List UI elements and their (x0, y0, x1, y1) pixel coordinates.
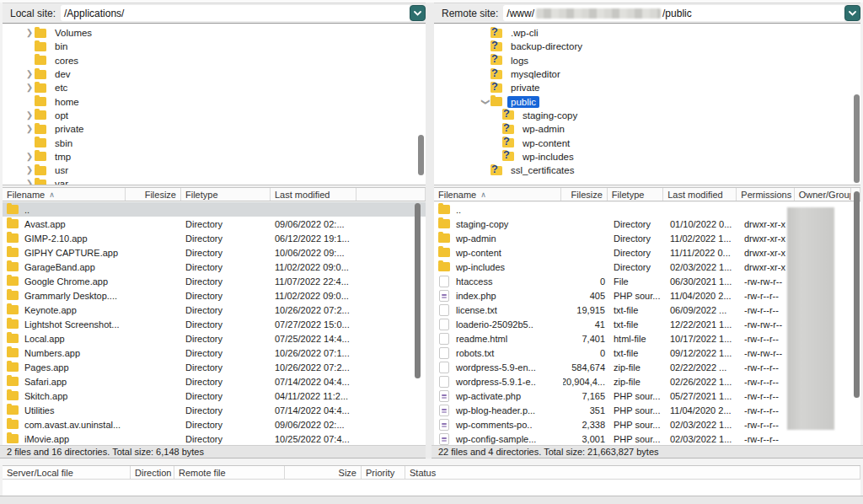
tree-item-sbin[interactable]: sbin (3, 136, 426, 149)
tree-item-mysqleditor[interactable]: ?mysqleditor (434, 67, 860, 81)
table-row[interactable]: Lightshot Screenshot...Directory07/27/20… (3, 317, 426, 331)
cell-modified: 11/02/2022 1... (666, 231, 740, 245)
chevron-expanded-icon[interactable]: ❯ (481, 97, 490, 107)
tree-item-label: private (507, 82, 544, 94)
tree-item-wp-content[interactable]: ?wp-content (434, 136, 860, 149)
column-header-filename[interactable]: Filename∧ (434, 188, 561, 201)
table-row[interactable]: Safari.appDirectory07/14/2022 04:4... (3, 374, 426, 389)
folder-icon (7, 377, 19, 386)
chevron-collapsed-icon[interactable]: ❯ (24, 111, 35, 120)
panel-divider[interactable] (426, 3, 434, 458)
cell-name: Skitch.app (3, 389, 126, 403)
queue-column-server-local-file[interactable]: Server/Local file (3, 466, 131, 479)
cell-type: Directory (181, 317, 271, 331)
table-row[interactable]: wp-config-sample...3,001PHP sour...02/03… (434, 432, 860, 445)
table-row[interactable]: com.avast.av.uninstal...Directory09/06/2… (3, 417, 426, 432)
chevron-collapsed-icon[interactable]: ❯ (24, 29, 35, 37)
table-row[interactable]: GIMP-2.10.appDirectory06/12/2022 19:1... (3, 231, 426, 245)
column-header-filename[interactable]: Filename∧ (3, 188, 126, 201)
chevron-collapsed-icon[interactable]: ❯ (24, 180, 35, 185)
column-header-permissions[interactable]: Permissions (737, 188, 794, 201)
tree-item-wp-admin[interactable]: ?wp-admin (434, 122, 860, 136)
column-header-last-modified[interactable]: Last modified (663, 188, 737, 201)
tree-item-etc[interactable]: ❯etc (3, 81, 426, 94)
table-row[interactable]: Skitch.appDirectory04/11/2022 11:2... (3, 389, 426, 403)
column-header-filesize[interactable]: Filesize (561, 188, 608, 201)
folder-question-icon: ? (490, 166, 502, 175)
tree-item-label: usr (51, 164, 72, 176)
local-path-input[interactable]: /Applications/ (61, 5, 410, 21)
tree-item-private[interactable]: ?private (434, 81, 860, 94)
table-row[interactable]: GarageBand.appDirectory11/02/2022 09:0..… (3, 260, 426, 274)
tree-item-var[interactable]: ❯var (3, 177, 426, 185)
tree-item-cores[interactable]: cores (3, 54, 426, 67)
chevron-collapsed-icon[interactable]: ❯ (24, 70, 35, 78)
table-row[interactable]: Google Chrome.appDirectory11/07/2022 22:… (3, 274, 426, 288)
chevron-collapsed-icon[interactable]: ❯ (24, 83, 35, 92)
queue-column-remote-file[interactable]: Remote file (174, 466, 285, 479)
tree-item-public[interactable]: ❯public (434, 94, 860, 108)
cell-name: Avast.app (3, 217, 126, 231)
cell-name: readme.html (434, 331, 563, 346)
queue-column-priority[interactable]: Priority (362, 466, 405, 479)
folder-icon (7, 348, 19, 357)
tree-item-logs[interactable]: ?logs (434, 54, 860, 67)
column-header-filetype[interactable]: Filetype (181, 188, 271, 201)
column-header-owner-group[interactable]: Owner/Group (795, 188, 851, 201)
remote-path-input[interactable]: /www/ /public (503, 5, 844, 21)
table-row[interactable]: Keynote.appDirectory10/26/2022 07:2... (3, 303, 426, 317)
tree-item-bin[interactable]: bin (3, 40, 426, 53)
tree-item-staging-copy[interactable]: ?staging-copy (434, 109, 860, 122)
cell-size: 2,338 (563, 417, 609, 432)
cell-size (126, 217, 181, 231)
cell-name: wordpress-5.9-en... (434, 360, 563, 374)
table-row[interactable]: Numbers.appDirectory10/26/2022 07:1... (3, 346, 426, 360)
cell-name: index.php (434, 288, 563, 303)
tree-item-backup-directory[interactable]: ?backup-directory (434, 40, 860, 53)
local-path-dropdown-button[interactable] (410, 5, 426, 21)
table-row[interactable]: iMovie.appDirectory10/25/2022 07:4... (3, 432, 426, 445)
chevron-collapsed-icon[interactable]: ❯ (24, 125, 35, 133)
tree-item-opt[interactable]: ❯opt (3, 109, 426, 122)
column-header-filetype[interactable]: Filetype (608, 188, 663, 201)
queue-column-direction[interactable]: Direction (131, 466, 174, 479)
tree-item-volumes[interactable]: ❯Volumes (3, 26, 426, 40)
tree-item-wp-includes[interactable]: ?wp-includes (434, 150, 860, 164)
transfer-queue-list[interactable] (3, 480, 860, 496)
table-row[interactable]: Local.appDirectory07/25/2022 14:4... (3, 331, 426, 346)
table-row[interactable]: Grammarly Desktop....Directory11/02/2022… (3, 288, 426, 303)
cell-modified: 11/02/2022 09:0... (271, 260, 356, 274)
tree-item-tmp[interactable]: ❯tmp (3, 150, 426, 164)
queue-column-size[interactable]: Size (285, 466, 362, 479)
remote-list-scrollbar[interactable] (854, 191, 860, 398)
cell-modified: 02/03/2022 1... (666, 260, 740, 274)
tree-item--wp-cli[interactable]: ?.wp-cli (434, 26, 860, 40)
tree-item-private[interactable]: ❯private (3, 122, 426, 136)
remote-path-dropdown-button[interactable] (844, 5, 860, 21)
cell-name: Pages.app (3, 360, 126, 374)
remote-tree-scrollbar[interactable] (854, 94, 860, 183)
table-row[interactable]: GIPHY CAPTURE.appDirectory10/06/2022 09:… (3, 245, 426, 260)
chevron-collapsed-icon[interactable]: ❯ (24, 153, 35, 161)
local-list-scrollbar[interactable] (415, 203, 421, 378)
table-row[interactable]: Pages.appDirectory10/26/2022 07:2... (3, 360, 426, 374)
tree-item-dev[interactable]: ❯dev (3, 67, 426, 81)
column-header-last-modified[interactable]: Last modified (271, 188, 356, 201)
tree-item-ssl-certificates[interactable]: ?ssl_certificates (434, 164, 860, 177)
cell-size: 3,001 (563, 432, 609, 445)
local-tree-scrollbar[interactable] (418, 135, 424, 175)
file-icon (438, 334, 450, 343)
folder-icon (7, 248, 19, 257)
cell-type: PHP sour... (609, 403, 666, 417)
table-row[interactable]: Avast.appDirectory09/06/2022 02:... (3, 217, 426, 231)
table-row[interactable]: UtilitiesDirectory07/14/2022 04:4... (3, 403, 426, 417)
tree-item-usr[interactable]: ❯usr (3, 164, 426, 177)
tree-item-home[interactable]: home (3, 94, 426, 108)
chevron-collapsed-icon[interactable]: ❯ (24, 166, 35, 174)
cell-modified: 10/17/2022 1... (666, 331, 740, 346)
cell-type: Directory (181, 374, 271, 389)
column-header-filesize[interactable]: Filesize (126, 188, 181, 201)
tree-item-label: Volumes (51, 27, 95, 39)
table-row[interactable]: .. (3, 202, 426, 217)
queue-column-status[interactable]: Status (405, 466, 860, 479)
